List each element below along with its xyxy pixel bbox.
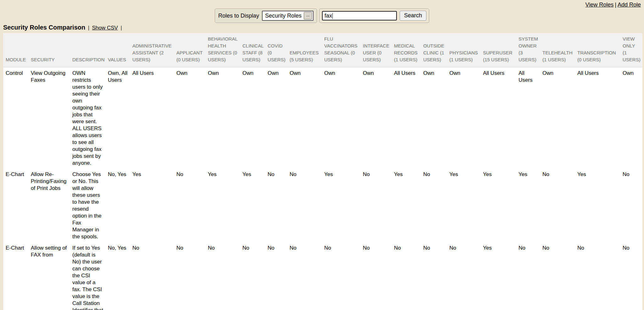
search-toolbar: Roles to Display Security Roles ... fax … [0, 8, 644, 23]
cell-role-value: No [132, 242, 176, 310]
cell-role-value: Yes [483, 169, 519, 242]
cell-values: Own, All Users [108, 67, 132, 169]
cell-role-value: No [363, 169, 394, 242]
search-input-value: fax [325, 13, 332, 19]
top-nav: View Roles|Add Role [0, 0, 644, 8]
cell-role-value: Yes [449, 169, 483, 242]
cell-role-value: No [623, 242, 642, 310]
page-title: Security Roles Comparison [3, 24, 85, 31]
search-input[interactable]: fax [322, 11, 397, 20]
text-caret [332, 13, 333, 19]
roles-field[interactable]: Security Roles ... [262, 11, 314, 21]
roles-field-value: Security Roles [265, 13, 302, 19]
cell-role-value: Yes [324, 169, 363, 242]
cell-values: No, Yes [108, 169, 132, 242]
cell-role-value: No [449, 242, 483, 310]
cell-role-value: Own [208, 67, 242, 169]
cell-role-value: No [324, 242, 363, 310]
cell-security: Allow Re-Printing/Faxing of Print Jobs [31, 169, 72, 242]
table-row: E-ChartAllow setting of FAX fromIf set t… [3, 242, 642, 310]
cell-role-value: Own [268, 67, 290, 169]
column-header-role-13: TELEHEALTH (1 USERS) [542, 33, 577, 67]
show-csv-link[interactable]: Show CSV [92, 25, 118, 31]
cell-role-value: Own [363, 67, 394, 169]
column-header-role-11: SUPERUSER (15 USERS) [483, 33, 519, 67]
cell-role-value: No [242, 242, 268, 310]
cell-role-value: Own [542, 67, 577, 169]
cell-role-value: Yes [483, 242, 519, 310]
column-header-role-0: ADMINISTRATIVE ASSISTANT (2 USERS) [132, 33, 176, 67]
column-header-module: MODULE [3, 33, 31, 67]
table-row: ControlView Outgoing FaxesOWN restricts … [3, 67, 642, 169]
column-header-role-3: CLINICAL STAFF (8 USERS) [242, 33, 268, 67]
cell-description: Choose Yes or No. This will allow these … [72, 169, 108, 242]
cell-role-value: No [542, 242, 577, 310]
table-header: MODULESECURITYDESCRIPTIONVALUESADMINISTR… [3, 33, 642, 67]
cell-role-value: No [423, 169, 449, 242]
column-header-role-14: TRANSCRIPTION (0 USERS) [577, 33, 623, 67]
browse-roles-button[interactable]: ... [304, 12, 312, 19]
column-header-role-5: EMPLOYEES (5 USERS) [290, 33, 324, 67]
column-header-role-2: BEHAVIORAL HEALTH SERVICES (0 USERS) [208, 33, 242, 67]
cell-role-value: Yes [132, 169, 176, 242]
cell-role-value: All Users [519, 67, 542, 169]
cell-role-value: No [394, 242, 423, 310]
column-header-role-9: OUTSIDE CLINIC (1 USERS) [423, 33, 449, 67]
cell-module: Control [3, 67, 31, 169]
cell-role-value: Own [290, 67, 324, 169]
search-button[interactable]: Search [400, 11, 426, 21]
cell-security: View Outgoing Faxes [31, 67, 72, 169]
cell-module: E-Chart [3, 169, 31, 242]
cell-description: OWN restricts users to only seeing their… [72, 67, 108, 169]
add-role-link[interactable]: Add Role [618, 2, 641, 8]
view-roles-link[interactable]: View Roles [586, 2, 614, 8]
cell-role-value: No [176, 242, 208, 310]
cell-role-value: No [290, 242, 324, 310]
column-header-role-1: APPLICANT (0 USERS) [176, 33, 208, 67]
cell-role-value: All Users [394, 67, 423, 169]
cell-role-value: Yes [394, 169, 423, 242]
column-header-security: SECURITY [31, 33, 72, 67]
roles-to-display-group: Roles to Display Security Roles ... [215, 8, 317, 23]
cell-description: If set to Yes (default is No) the user c… [72, 242, 108, 310]
column-header-role-12: SYSTEM OWNER (3 USERS) [519, 33, 542, 67]
cell-role-value: No [577, 242, 623, 310]
column-header-role-8: MEDICAL RECORDS (1 USERS) [394, 33, 423, 67]
title-separator-left: | [87, 25, 90, 31]
title-separator-right: | [120, 25, 123, 31]
cell-role-value: No [208, 242, 242, 310]
cell-role-value: No [423, 242, 449, 310]
cell-role-value: No [290, 169, 324, 242]
cell-role-value: Own [423, 67, 449, 169]
cell-role-value: Own [176, 67, 208, 169]
cell-role-value: No [268, 169, 290, 242]
column-header-role-10: PHYSICIANS (1 USERS) [449, 33, 483, 67]
cell-role-value: No [176, 169, 208, 242]
cell-role-value: No [519, 242, 542, 310]
cell-role-value: All Users [132, 67, 176, 169]
column-header-role-6: FLU VACCINATORS SEASONAL (0 USERS) [324, 33, 363, 67]
cell-module: E-Chart [3, 242, 31, 310]
column-header-role-7: INTERFACE USER (0 USERS) [363, 33, 394, 67]
cell-role-value: Own [242, 67, 268, 169]
cell-role-value: No [542, 169, 577, 242]
cell-role-value: All Users [577, 67, 623, 169]
search-group: fax Search [319, 8, 429, 23]
cell-role-value: No [268, 242, 290, 310]
cell-role-value: No [623, 169, 642, 242]
cell-role-value: Own [623, 67, 642, 169]
cell-role-value: All Users [483, 67, 519, 169]
cell-role-value: Yes [519, 169, 542, 242]
title-row: Security Roles Comparison | Show CSV | [3, 24, 644, 32]
column-header-role-15: VIEW ONLY (1 USERS) [623, 33, 642, 67]
table-row: E-ChartAllow Re-Printing/Faxing of Print… [3, 169, 642, 242]
cell-role-value: Yes [577, 169, 623, 242]
column-header-description: DESCRIPTION [72, 33, 108, 67]
cell-security: Allow setting of FAX from [31, 242, 72, 310]
cell-role-value: Own [449, 67, 483, 169]
top-links-separator: | [613, 2, 618, 8]
cell-role-value: Yes [208, 169, 242, 242]
roles-comparison-table: MODULESECURITYDESCRIPTIONVALUESADMINISTR… [3, 33, 642, 310]
table-body: ControlView Outgoing FaxesOWN restricts … [3, 67, 642, 310]
column-header-role-4: COVID (0 USERS) [268, 33, 290, 67]
